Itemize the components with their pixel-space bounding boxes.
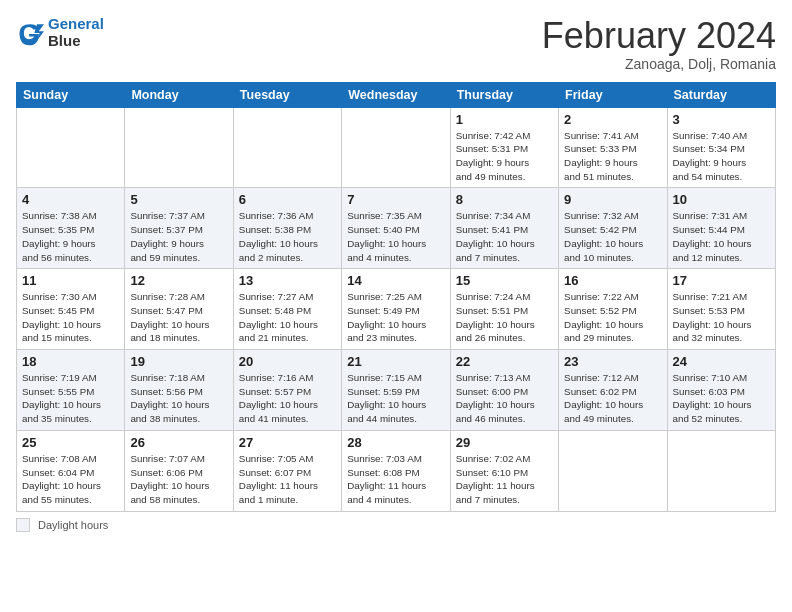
day-info: Sunrise: 7:19 AM Sunset: 5:55 PM Dayligh…	[22, 371, 119, 426]
calendar-week-row: 25Sunrise: 7:08 AM Sunset: 6:04 PM Dayli…	[17, 430, 776, 511]
day-number: 21	[347, 354, 444, 369]
calendar-cell: 24Sunrise: 7:10 AM Sunset: 6:03 PM Dayli…	[667, 350, 775, 431]
day-number: 17	[673, 273, 770, 288]
day-info: Sunrise: 7:40 AM Sunset: 5:34 PM Dayligh…	[673, 129, 770, 184]
day-info: Sunrise: 7:32 AM Sunset: 5:42 PM Dayligh…	[564, 209, 661, 264]
day-number: 20	[239, 354, 336, 369]
calendar-cell: 9Sunrise: 7:32 AM Sunset: 5:42 PM Daylig…	[559, 188, 667, 269]
calendar-cell: 11Sunrise: 7:30 AM Sunset: 5:45 PM Dayli…	[17, 269, 125, 350]
logo-blue: Blue	[48, 32, 81, 49]
calendar-day-header: Tuesday	[233, 82, 341, 107]
calendar-cell: 14Sunrise: 7:25 AM Sunset: 5:49 PM Dayli…	[342, 269, 450, 350]
day-number: 12	[130, 273, 227, 288]
day-info: Sunrise: 7:12 AM Sunset: 6:02 PM Dayligh…	[564, 371, 661, 426]
day-info: Sunrise: 7:15 AM Sunset: 5:59 PM Dayligh…	[347, 371, 444, 426]
calendar-cell: 3Sunrise: 7:40 AM Sunset: 5:34 PM Daylig…	[667, 107, 775, 188]
day-number: 18	[22, 354, 119, 369]
calendar-cell	[342, 107, 450, 188]
calendar-cell	[559, 430, 667, 511]
day-number: 2	[564, 112, 661, 127]
calendar-table: SundayMondayTuesdayWednesdayThursdayFrid…	[16, 82, 776, 512]
calendar-cell: 4Sunrise: 7:38 AM Sunset: 5:35 PM Daylig…	[17, 188, 125, 269]
day-number: 9	[564, 192, 661, 207]
calendar-cell	[667, 430, 775, 511]
daylight-legend-label: Daylight hours	[38, 519, 108, 531]
calendar-day-header: Wednesday	[342, 82, 450, 107]
day-info: Sunrise: 7:05 AM Sunset: 6:07 PM Dayligh…	[239, 452, 336, 507]
calendar-cell: 28Sunrise: 7:03 AM Sunset: 6:08 PM Dayli…	[342, 430, 450, 511]
title-block: February 2024 Zanoaga, Dolj, Romania	[542, 16, 776, 72]
calendar-week-row: 11Sunrise: 7:30 AM Sunset: 5:45 PM Dayli…	[17, 269, 776, 350]
calendar-week-row: 4Sunrise: 7:38 AM Sunset: 5:35 PM Daylig…	[17, 188, 776, 269]
day-number: 4	[22, 192, 119, 207]
day-number: 24	[673, 354, 770, 369]
day-info: Sunrise: 7:18 AM Sunset: 5:56 PM Dayligh…	[130, 371, 227, 426]
day-number: 26	[130, 435, 227, 450]
day-info: Sunrise: 7:13 AM Sunset: 6:00 PM Dayligh…	[456, 371, 553, 426]
day-info: Sunrise: 7:35 AM Sunset: 5:40 PM Dayligh…	[347, 209, 444, 264]
calendar-cell: 27Sunrise: 7:05 AM Sunset: 6:07 PM Dayli…	[233, 430, 341, 511]
calendar-cell: 8Sunrise: 7:34 AM Sunset: 5:41 PM Daylig…	[450, 188, 558, 269]
day-number: 11	[22, 273, 119, 288]
calendar-cell: 22Sunrise: 7:13 AM Sunset: 6:00 PM Dayli…	[450, 350, 558, 431]
day-info: Sunrise: 7:36 AM Sunset: 5:38 PM Dayligh…	[239, 209, 336, 264]
day-number: 3	[673, 112, 770, 127]
logo-general: General	[48, 15, 104, 32]
day-info: Sunrise: 7:08 AM Sunset: 6:04 PM Dayligh…	[22, 452, 119, 507]
day-number: 19	[130, 354, 227, 369]
calendar-day-header: Monday	[125, 82, 233, 107]
day-info: Sunrise: 7:34 AM Sunset: 5:41 PM Dayligh…	[456, 209, 553, 264]
day-info: Sunrise: 7:30 AM Sunset: 5:45 PM Dayligh…	[22, 290, 119, 345]
day-info: Sunrise: 7:31 AM Sunset: 5:44 PM Dayligh…	[673, 209, 770, 264]
calendar-cell: 1Sunrise: 7:42 AM Sunset: 5:31 PM Daylig…	[450, 107, 558, 188]
calendar-cell: 15Sunrise: 7:24 AM Sunset: 5:51 PM Dayli…	[450, 269, 558, 350]
calendar-cell: 26Sunrise: 7:07 AM Sunset: 6:06 PM Dayli…	[125, 430, 233, 511]
calendar-cell	[17, 107, 125, 188]
calendar-day-header: Thursday	[450, 82, 558, 107]
day-number: 6	[239, 192, 336, 207]
calendar-cell: 2Sunrise: 7:41 AM Sunset: 5:33 PM Daylig…	[559, 107, 667, 188]
day-info: Sunrise: 7:38 AM Sunset: 5:35 PM Dayligh…	[22, 209, 119, 264]
calendar-cell: 21Sunrise: 7:15 AM Sunset: 5:59 PM Dayli…	[342, 350, 450, 431]
day-number: 16	[564, 273, 661, 288]
day-number: 13	[239, 273, 336, 288]
day-info: Sunrise: 7:22 AM Sunset: 5:52 PM Dayligh…	[564, 290, 661, 345]
calendar-cell: 13Sunrise: 7:27 AM Sunset: 5:48 PM Dayli…	[233, 269, 341, 350]
calendar-cell: 12Sunrise: 7:28 AM Sunset: 5:47 PM Dayli…	[125, 269, 233, 350]
calendar-cell	[125, 107, 233, 188]
page: General Blue February 2024 Zanoaga, Dolj…	[0, 0, 792, 612]
calendar-cell: 5Sunrise: 7:37 AM Sunset: 5:37 PM Daylig…	[125, 188, 233, 269]
daylight-legend-box	[16, 518, 30, 532]
day-info: Sunrise: 7:02 AM Sunset: 6:10 PM Dayligh…	[456, 452, 553, 507]
calendar-week-row: 18Sunrise: 7:19 AM Sunset: 5:55 PM Dayli…	[17, 350, 776, 431]
calendar-cell: 16Sunrise: 7:22 AM Sunset: 5:52 PM Dayli…	[559, 269, 667, 350]
day-info: Sunrise: 7:21 AM Sunset: 5:53 PM Dayligh…	[673, 290, 770, 345]
day-number: 5	[130, 192, 227, 207]
calendar-cell: 7Sunrise: 7:35 AM Sunset: 5:40 PM Daylig…	[342, 188, 450, 269]
day-number: 29	[456, 435, 553, 450]
calendar-cell: 23Sunrise: 7:12 AM Sunset: 6:02 PM Dayli…	[559, 350, 667, 431]
day-info: Sunrise: 7:16 AM Sunset: 5:57 PM Dayligh…	[239, 371, 336, 426]
day-number: 23	[564, 354, 661, 369]
logo-icon	[16, 19, 44, 47]
day-number: 22	[456, 354, 553, 369]
day-info: Sunrise: 7:24 AM Sunset: 5:51 PM Dayligh…	[456, 290, 553, 345]
day-number: 14	[347, 273, 444, 288]
day-info: Sunrise: 7:03 AM Sunset: 6:08 PM Dayligh…	[347, 452, 444, 507]
day-number: 25	[22, 435, 119, 450]
main-title: February 2024	[542, 16, 776, 56]
day-number: 1	[456, 112, 553, 127]
header: General Blue February 2024 Zanoaga, Dolj…	[16, 16, 776, 72]
day-info: Sunrise: 7:27 AM Sunset: 5:48 PM Dayligh…	[239, 290, 336, 345]
calendar-week-row: 1Sunrise: 7:42 AM Sunset: 5:31 PM Daylig…	[17, 107, 776, 188]
calendar-cell: 18Sunrise: 7:19 AM Sunset: 5:55 PM Dayli…	[17, 350, 125, 431]
day-info: Sunrise: 7:28 AM Sunset: 5:47 PM Dayligh…	[130, 290, 227, 345]
day-info: Sunrise: 7:37 AM Sunset: 5:37 PM Dayligh…	[130, 209, 227, 264]
calendar-cell: 20Sunrise: 7:16 AM Sunset: 5:57 PM Dayli…	[233, 350, 341, 431]
calendar-cell: 6Sunrise: 7:36 AM Sunset: 5:38 PM Daylig…	[233, 188, 341, 269]
calendar-day-header: Saturday	[667, 82, 775, 107]
day-info: Sunrise: 7:07 AM Sunset: 6:06 PM Dayligh…	[130, 452, 227, 507]
day-info: Sunrise: 7:25 AM Sunset: 5:49 PM Dayligh…	[347, 290, 444, 345]
logo-text: General Blue	[48, 16, 104, 49]
calendar-cell: 25Sunrise: 7:08 AM Sunset: 6:04 PM Dayli…	[17, 430, 125, 511]
